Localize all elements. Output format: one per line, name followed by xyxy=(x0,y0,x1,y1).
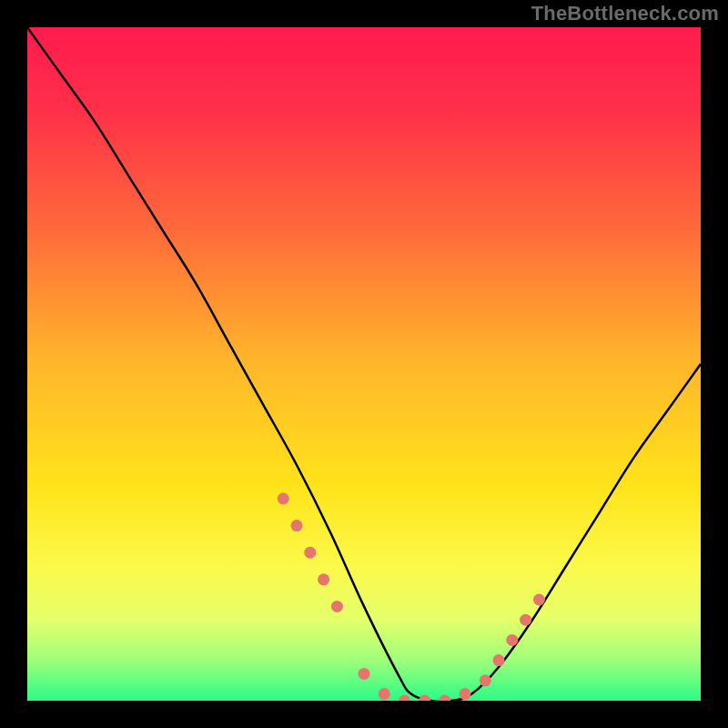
highlight-dot xyxy=(359,668,370,680)
highlight-dot xyxy=(480,674,491,686)
highlight-dot xyxy=(318,573,329,585)
highlight-dot xyxy=(291,520,303,531)
highlight-dot xyxy=(439,695,450,702)
curve-layer xyxy=(27,27,701,701)
highlight-dot xyxy=(533,594,545,606)
highlight-dot xyxy=(304,547,316,559)
bottleneck-curve xyxy=(27,27,701,701)
highlight-dot xyxy=(278,493,289,505)
highlight-dot xyxy=(399,695,410,702)
highlight-dots xyxy=(278,493,545,702)
highlight-dot xyxy=(460,688,471,700)
highlight-dot xyxy=(379,688,390,700)
highlight-dot xyxy=(506,634,518,646)
plot-area xyxy=(27,27,701,701)
highlight-dot xyxy=(493,654,505,666)
highlight-dot xyxy=(520,614,531,626)
highlight-dot xyxy=(331,601,343,612)
watermark-text: TheBottleneck.com xyxy=(531,2,719,25)
highlight-dot xyxy=(419,695,430,702)
chart-frame: TheBottleneck.com xyxy=(0,0,728,728)
